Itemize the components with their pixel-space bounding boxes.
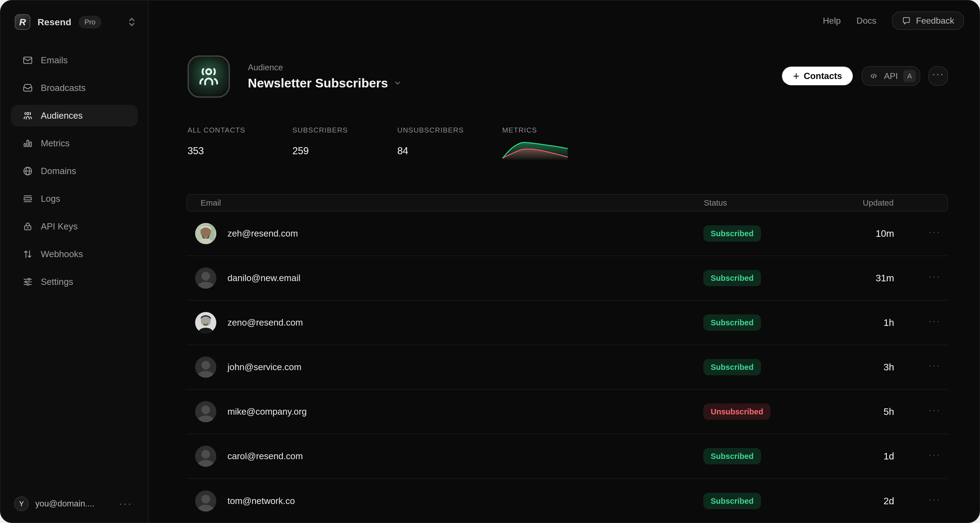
contact-email: carol@resend.com [228,451,303,461]
stat-unsubscribers: UNSUBSCRIBERS84 [397,126,502,162]
stat-label: SUBSCRIBERS [293,126,397,135]
sidebar-item-label: Domains [41,166,76,176]
sidebar-item-emails[interactable]: Emails [11,49,138,71]
status-badge: Subscribed [703,314,761,331]
add-contacts-label: Contacts [803,71,842,81]
contact-email: john@service.com [228,362,301,372]
main-content: Help Docs Feedback Audience [149,0,980,523]
contact-avatar-placeholder [195,445,216,467]
table-row[interactable]: carol@resend.comSubscribed1d··· [186,434,948,479]
contact-avatar-placeholder [195,490,216,512]
row-more-icon[interactable]: ··· [928,410,941,414]
metrics-sparkline [502,139,568,160]
contacts-table: Email Status Updated zeh@resend.comSubsc… [186,194,948,523]
topbar: Help Docs Feedback [823,11,964,30]
updated-time: 5h [883,406,894,417]
contact-avatar [195,312,216,333]
audience-header: Audience Newsletter Subscribers [188,55,402,98]
app-window: R Resend Pro EmailsBroadcastsAudiencesMe… [0,0,980,523]
sidebar-item-webhooks[interactable]: Webhooks [11,243,138,265]
brand-name: Resend [38,17,72,27]
api-button[interactable]: API A [862,66,920,86]
globe-icon [22,166,33,176]
rows-icon [22,193,33,204]
audience-title-block: Audience Newsletter Subscribers [248,63,402,90]
row-more-icon[interactable]: ··· [928,365,941,369]
api-label: API [884,71,898,81]
contact-email: zeh@resend.com [228,228,298,239]
workspace-switcher[interactable]: R Resend Pro [0,0,148,30]
sidebar-item-label: Audiences [41,111,83,121]
status-badge: Subscribed [703,270,761,286]
contact-avatar-placeholder [195,268,216,288]
metrics-chart [502,139,607,162]
feedback-label: Feedback [916,16,954,26]
stat-label: UNSUBSCRIBERS [397,126,502,135]
account-menu[interactable]: Y you@domain.... ··· [0,496,148,523]
contact-email: mike@company.org [228,407,307,417]
table-row[interactable]: tom@network.coSubscribed2d··· [186,479,948,523]
stat-value: 259 [293,145,397,157]
stats-row: ALL CONTACTS353SUBSCRIBERS259UNSUBSCRIBE… [188,126,607,162]
sliders-icon [22,276,33,287]
add-contacts-button[interactable]: + Contacts [782,66,854,86]
stat-value: 353 [188,145,293,157]
table-row[interactable]: zeh@resend.comSubscribed10m··· [186,212,948,256]
sidebar-item-label: Webhooks [41,249,83,259]
contact-email: danilo@new.email [228,273,300,283]
sidebar-item-broadcasts[interactable]: Broadcasts [11,77,138,99]
updated-time: 1d [883,451,894,462]
updated-time: 10m [876,228,894,239]
status-badge: Subscribed [703,448,761,464]
account-more-icon[interactable]: ··· [119,501,132,506]
docs-link[interactable]: Docs [857,16,877,26]
resend-logo-icon: R [15,14,30,30]
updated-time: 1h [883,317,894,328]
column-header-updated: Updated [863,198,894,208]
stat-subscribers: SUBSCRIBERS259 [293,126,397,162]
stat-value: 84 [397,145,502,157]
feedback-button[interactable]: Feedback [892,11,964,30]
row-more-icon[interactable]: ··· [928,276,941,280]
row-more-icon[interactable]: ··· [928,321,941,325]
sidebar: R Resend Pro EmailsBroadcastsAudiencesMe… [0,0,149,523]
contact-email: zeno@resend.com [228,317,303,328]
status-badge: Unsubscribed [703,404,770,420]
sidebar-item-logs[interactable]: Logs [11,188,138,210]
arrows-icon [22,249,33,260]
column-header-status: Status [704,198,727,208]
table-row[interactable]: john@service.comSubscribed3h··· [186,345,948,390]
audience-selector[interactable]: Newsletter Subscribers [248,76,402,90]
avatar: Y [14,496,29,511]
column-header-email: Email [200,198,221,208]
contact-avatar-placeholder [195,401,216,422]
row-more-icon[interactable]: ··· [928,499,941,503]
sidebar-item-label: Settings [41,277,73,287]
sidebar-item-metrics[interactable]: Metrics [11,133,138,154]
help-link[interactable]: Help [823,16,841,26]
updated-time: 3h [883,362,894,372]
sidebar-item-api-keys[interactable]: API Keys [11,216,138,237]
more-options-button[interactable]: ··· [928,66,948,86]
stat-label: METRICS [502,126,607,135]
inbox-icon [22,82,33,94]
table-row[interactable]: danilo@new.emailSubscribed31m··· [186,256,948,301]
sidebar-item-label: Logs [41,193,60,204]
sidebar-item-audiences[interactable]: Audiences [11,105,138,127]
contact-avatar-placeholder [195,357,216,378]
updated-time: 2d [883,496,894,506]
chevron-up-down-icon[interactable] [127,17,136,27]
envelope-icon [22,55,33,66]
row-more-icon[interactable]: ··· [928,454,941,458]
table-row[interactable]: mike@company.orgUnsubscribed5h··· [186,390,948,434]
row-more-icon[interactable]: ··· [928,231,941,235]
users-icon [22,110,33,121]
lock-icon [22,221,33,232]
table-row[interactable]: zeno@resend.comSubscribed1h··· [186,301,948,345]
keyboard-shortcut-badge: A [904,70,916,82]
sidebar-item-settings[interactable]: Settings [11,271,138,293]
status-badge: Subscribed [703,493,761,509]
contact-avatar [195,223,216,244]
status-badge: Subscribed [703,225,761,242]
sidebar-item-domains[interactable]: Domains [11,160,138,182]
